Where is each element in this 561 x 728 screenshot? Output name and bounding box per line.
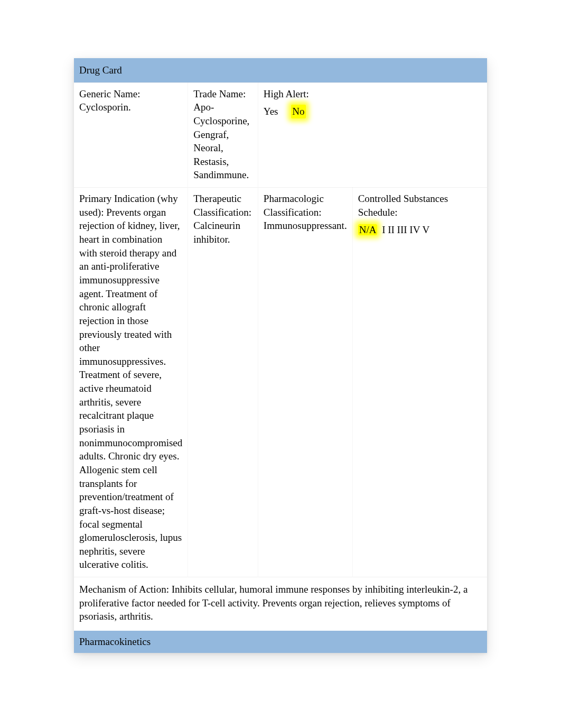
row-names: Generic Name: Cyclosporin. Trade Name: A…: [74, 82, 487, 187]
therapeutic-class-label: Therapeutic Classification:: [193, 193, 251, 218]
generic-name-cell: Generic Name: Cyclosporin.: [74, 82, 188, 187]
high-alert-yes: Yes: [264, 105, 278, 118]
card-header-row: Drug Card: [74, 58, 487, 82]
drug-card-table: Drug Card Generic Name: Cyclosporin. Tra…: [74, 58, 487, 653]
pharmacokinetics-header-cell: Pharmacokinetics: [74, 631, 487, 653]
high-alert-label: High Alert:: [264, 88, 309, 99]
pharmacologic-class-cell: Pharmacologic Classification: Immunosupp…: [258, 188, 352, 577]
trade-name-label: Trade Name:: [193, 88, 246, 99]
row-mechanism: Mechanism of Action: Inhibits cellular, …: [74, 577, 487, 631]
high-alert-no: No: [291, 105, 305, 118]
therapeutic-class-value: Calcineurin inhibitor.: [193, 220, 240, 245]
high-alert-options: Yes No: [264, 105, 482, 118]
therapeutic-class-cell: Therapeutic Classification: Calcineurin …: [188, 188, 258, 577]
controlled-schedule-label: Controlled Substances Schedule:: [358, 193, 448, 218]
primary-indication-cell: Primary Indication (why used): Prevents …: [74, 188, 188, 577]
pharmacokinetics-title: Pharmacokinetics: [79, 636, 151, 647]
mechanism-cell: Mechanism of Action: Inhibits cellular, …: [74, 577, 487, 631]
card-title-cell: Drug Card: [74, 58, 487, 82]
controlled-schedule-options: N/A I II III IV V: [358, 223, 482, 237]
generic-name-label: Generic Name:: [79, 88, 141, 99]
pharmacologic-class-label: Pharmacologic Classification:: [264, 193, 324, 218]
controlled-schedule-na: N/A: [358, 224, 378, 235]
mechanism-label: Mechanism of Action:: [79, 584, 169, 595]
primary-indication-value: Prevents organ rejection of kidney, live…: [79, 207, 182, 570]
pharmacologic-class-value: Immunosuppressant.: [264, 220, 347, 231]
controlled-schedule-cell: Controlled Substances Schedule: N/A I II…: [352, 188, 487, 577]
generic-name-value: Cyclosporin.: [79, 102, 131, 113]
controlled-schedule-rest: I II III IV V: [379, 224, 429, 235]
pharmacokinetics-header-row: Pharmacokinetics: [74, 631, 487, 653]
trade-name-cell: Trade Name: Apo-Cyclosporine, Gengraf, N…: [188, 82, 258, 187]
card-title: Drug Card: [79, 64, 122, 76]
trade-name-value: Apo-Cyclosporine, Gengraf, Neoral, Resta…: [193, 102, 249, 180]
row-classifications: Primary Indication (why used): Prevents …: [74, 188, 487, 577]
high-alert-cell: High Alert: Yes No: [258, 82, 487, 187]
